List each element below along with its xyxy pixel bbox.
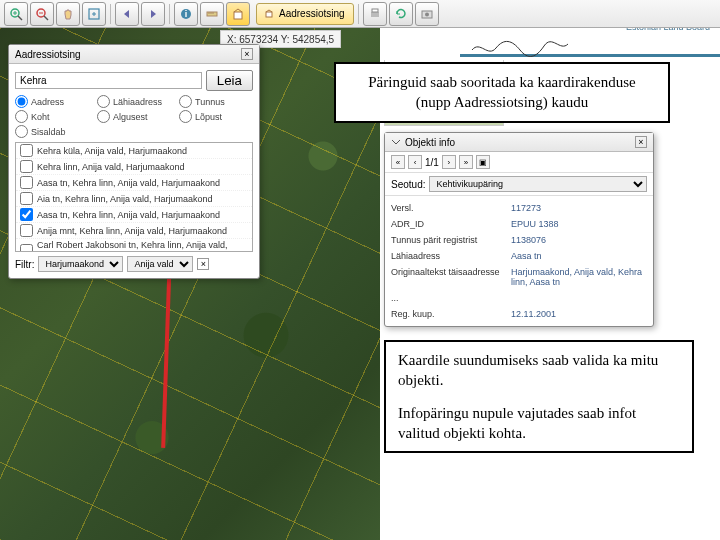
radio-aadress[interactable]: Aadress [15, 95, 89, 108]
result-checkbox[interactable] [20, 176, 33, 189]
radio-tunnus[interactable]: Tunnus [179, 95, 253, 108]
result-checkbox[interactable] [20, 208, 33, 221]
attribute-value [511, 293, 647, 303]
zoom-out-button[interactable] [30, 2, 54, 26]
pan-button[interactable] [56, 2, 80, 26]
svg-point-19 [425, 12, 429, 16]
pager-position: 1/1 [425, 157, 439, 168]
svg-rect-15 [266, 12, 272, 17]
annotation-bottom: Kaardile suundumiseks saab valida ka mit… [384, 340, 694, 453]
result-label: Aia tn, Kehra linn, Anija vald, Harjumaa… [37, 194, 213, 204]
attribute-row: Reg. kuup.12.11.2001 [391, 306, 647, 322]
address-search-panel: Aadressiotsing × Leia Aadress Lähiaadres… [8, 44, 260, 279]
svg-line-1 [18, 16, 22, 20]
result-label: Aasa tn, Kehra linn, Anija vald, Harjuma… [37, 210, 220, 220]
attribute-row: LähiaadressAasa tn [391, 248, 647, 264]
attribute-value: 1138076 [511, 235, 647, 245]
filter-label: Filtr: [15, 259, 34, 270]
attribute-row: ADR_IDEPUU 1388 [391, 216, 647, 232]
attribute-value: 12.11.2001 [511, 309, 647, 319]
result-checkbox[interactable] [20, 192, 33, 205]
toolbar-separator [169, 4, 170, 24]
attribute-value: 117273 [511, 203, 647, 213]
list-item[interactable]: Aasa tn, Kehra linn, Anija vald, Harjuma… [16, 175, 252, 191]
list-item[interactable]: Aasa tn, Kehra linn, Anija vald, Harjuma… [16, 207, 252, 223]
result-checkbox[interactable] [20, 244, 33, 253]
snapshot-button[interactable] [415, 2, 439, 26]
close-icon[interactable]: × [241, 48, 253, 60]
address-search-button[interactable] [226, 2, 250, 26]
object-panel-title: Objekti info [405, 137, 455, 148]
pager-first-button[interactable]: « [391, 155, 405, 169]
radio-lahiaadress[interactable]: Lähiaadress [97, 95, 171, 108]
pager-next-button[interactable]: › [442, 155, 456, 169]
list-item[interactable]: Anija mnt, Kehra linn, Anija vald, Harju… [16, 223, 252, 239]
pager-last-button[interactable]: » [459, 155, 473, 169]
filter-parish-select[interactable]: Anija vald [127, 256, 193, 272]
attribute-key: Lähiaadress [391, 251, 511, 261]
object-info-panel: Objekti info × « ‹ 1/1 › » ▣ Seotud: Keh… [384, 132, 654, 327]
search-input[interactable] [15, 72, 202, 89]
category-select[interactable]: Kehtivikuupäring [429, 176, 647, 192]
result-checkbox[interactable] [20, 160, 33, 173]
list-item[interactable]: Kehra küla, Anija vald, Harjumaakond [16, 143, 252, 159]
identify-button[interactable]: i [174, 2, 198, 26]
chevron-down-icon [391, 137, 401, 147]
filter-county-select[interactable]: Harjumaakond [38, 256, 123, 272]
svg-text:i: i [185, 9, 188, 19]
attribute-row: Tunnus pärit registrist1138076 [391, 232, 647, 248]
result-checkbox[interactable] [20, 224, 33, 237]
radio-algusest[interactable]: Algusest [97, 110, 171, 123]
full-extent-button[interactable] [82, 2, 106, 26]
object-attributes: Versl.117273ADR_IDEPUU 1388Tunnus pärit … [385, 196, 653, 326]
attribute-key: Originaaltekst täisaadresse [391, 267, 511, 287]
top-toolbar: i Aadressiotsing [0, 0, 720, 28]
radio-koht[interactable]: Koht [15, 110, 89, 123]
print-button[interactable] [363, 2, 387, 26]
result-label: Carl Robert Jakobsoni tn, Kehra linn, An… [37, 240, 248, 252]
zoom-in-button[interactable] [4, 2, 28, 26]
close-icon[interactable]: × [635, 136, 647, 148]
radio-lopust[interactable]: Lõpust [179, 110, 253, 123]
attribute-value: EPUU 1388 [511, 219, 647, 229]
addr-btn-text: Aadressiotsing [279, 8, 345, 19]
attribute-key: Tunnus pärit registrist [391, 235, 511, 245]
attribute-row: Versl.117273 [391, 200, 647, 216]
category-label: Seotud: [391, 179, 425, 190]
attribute-key: Reg. kuup. [391, 309, 511, 319]
result-label: Kehra küla, Anija vald, Harjumaakond [37, 146, 187, 156]
pager-prev-button[interactable]: ‹ [408, 155, 422, 169]
measure-button[interactable] [200, 2, 224, 26]
annotation-top: Päringuid saab sooritada ka kaardirakend… [334, 62, 670, 123]
search-panel-title: Aadressiotsing [15, 49, 81, 60]
result-checkbox[interactable] [20, 144, 33, 157]
radio-sisaldab[interactable]: Sisaldab [15, 125, 89, 138]
result-label: Anija mnt, Kehra linn, Anija vald, Harju… [37, 226, 227, 236]
search-results-list[interactable]: Kehra küla, Anija vald, HarjumaakondKehr… [15, 142, 253, 252]
svg-rect-14 [234, 12, 242, 19]
pager-expand-button[interactable]: ▣ [476, 155, 490, 169]
toolbar-separator [358, 4, 359, 24]
svg-rect-16 [371, 12, 379, 17]
object-pager: « ‹ 1/1 › » ▣ [385, 152, 653, 173]
refresh-button[interactable] [389, 2, 413, 26]
search-go-button[interactable]: Leia [206, 70, 253, 91]
signature-scribble [470, 38, 570, 58]
svg-line-5 [44, 16, 48, 20]
list-item[interactable]: Aia tn, Kehra linn, Anija vald, Harjumaa… [16, 191, 252, 207]
attribute-value: Harjumaakond, Anija vald, Kehra linn, Aa… [511, 267, 647, 287]
result-label: Aasa tn, Kehra linn, Anija vald, Harjuma… [37, 178, 220, 188]
attribute-row: ... [391, 290, 647, 306]
attribute-key: ADR_ID [391, 219, 511, 229]
close-icon[interactable]: × [197, 258, 209, 270]
prev-extent-button[interactable] [115, 2, 139, 26]
next-extent-button[interactable] [141, 2, 165, 26]
list-item[interactable]: Carl Robert Jakobsoni tn, Kehra linn, An… [16, 239, 252, 252]
list-item[interactable]: Kehra linn, Anija vald, Harjumaakond [16, 159, 252, 175]
attribute-value: Aasa tn [511, 251, 647, 261]
address-search-label-button[interactable]: Aadressiotsing [256, 3, 354, 25]
attribute-key: ... [391, 293, 511, 303]
attribute-key: Versl. [391, 203, 511, 213]
search-mode-radios: Aadress Lähiaadress Tunnus Koht Algusest… [15, 95, 253, 138]
toolbar-separator [110, 4, 111, 24]
